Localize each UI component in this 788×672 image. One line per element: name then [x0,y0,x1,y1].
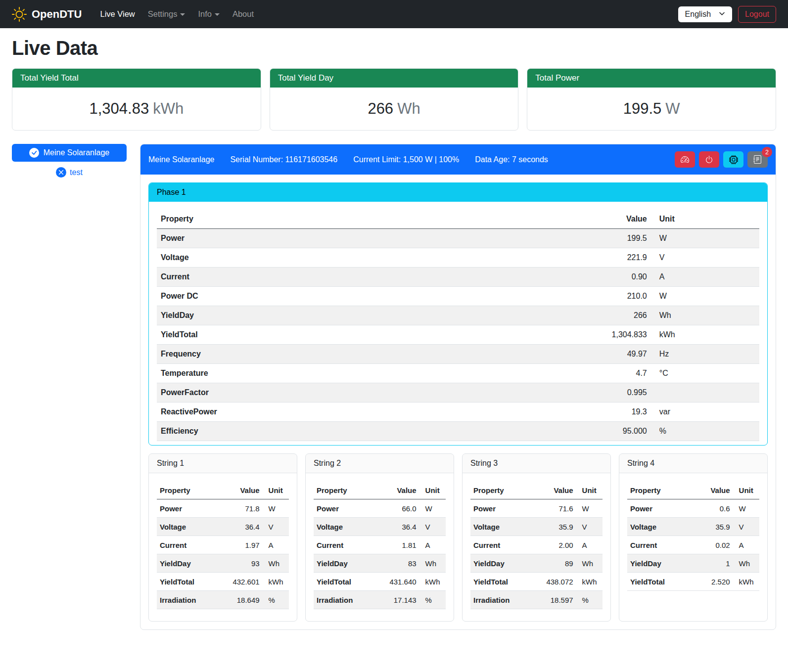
unit-cell: V [263,518,289,536]
limit-settings-button[interactable] [675,151,695,168]
unit-cell: Wh [651,306,759,325]
unit-cell: Wh [576,554,603,573]
unit-cell: Wh [263,554,289,573]
table-row: Voltage221.9V [157,248,759,268]
brand[interactable]: OpenDTU [12,7,82,22]
column-unit: Unit [733,481,759,499]
value-cell: 199.5 [572,229,650,248]
event-count-badge: 2 [762,147,772,157]
property-cell: Frequency [157,345,572,364]
unit-cell: A [651,268,759,287]
unit-cell: kWh [419,573,446,591]
column-property: Property [157,210,572,229]
unit-cell: Wh [419,554,446,573]
nav-links: Live View Settings Info About [93,5,260,23]
property-cell: YieldTotal [314,573,374,591]
phase-table: Property Value Unit Power199.5WVoltage22… [157,210,759,441]
column-property: Property [157,481,218,499]
card-total-yield-day: Total Yield Day 266Wh [270,68,519,131]
property-cell: Current [157,268,572,287]
table-row: Current0.90A [157,268,759,287]
value-cell: 0.995 [572,383,650,403]
table-row: Power71.6W [470,499,603,518]
value-cell: 0.90 [572,268,650,287]
table-row: YieldDay266Wh [157,306,759,325]
property-cell: Current [470,536,531,554]
value-cell: 19.3 [572,403,650,422]
value-cell: 35.9 [688,518,733,536]
table-row: Voltage36.4V [157,518,289,536]
phase-title: Phase 1 [149,183,767,202]
property-cell: Current [157,536,218,554]
table-header-row: Property Value Unit [470,481,603,499]
table-row: Voltage35.9V [627,518,759,536]
card-value: 1,304.83 [90,100,149,117]
string-card-3: String 3 Property Value Unit Power71.6WV… [462,453,611,622]
property-cell: Irradiation [157,591,218,609]
table-header-row: Property Value Unit [627,481,759,499]
event-log-button[interactable]: 2 [747,151,768,168]
unit-cell [651,383,759,403]
logout-button[interactable]: Logout [738,6,776,23]
unit-cell: W [651,229,759,248]
value-cell: 0.02 [688,536,733,554]
value-cell: 2.520 [688,573,733,591]
property-cell: Efficiency [157,422,572,441]
sun-icon [12,7,27,22]
nav-item-about[interactable]: About [226,5,260,23]
power-button[interactable] [699,151,719,168]
table-row: YieldDay83Wh [314,554,446,573]
table-row: Voltage36.4V [314,518,446,536]
value-cell: 71.8 [218,499,263,518]
card-unit: kWh [153,100,184,117]
property-cell: YieldDay [627,554,688,573]
nav-item-info[interactable]: Info [191,5,226,23]
property-cell: Current [627,536,688,554]
table-row: Temperature4.7°C [157,364,759,383]
table-row: Current2.00A [470,536,603,554]
unit-cell: % [263,591,289,609]
value-cell: 83 [374,554,419,573]
nav-item-settings[interactable]: Settings [141,5,192,23]
table-row: PowerFactor0.995 [157,383,759,403]
value-cell: 89 [531,554,576,573]
inverter-item-test[interactable]: test [12,167,127,178]
check-circle-icon [29,148,39,158]
unit-cell: V [651,248,759,268]
property-cell: YieldTotal [627,573,688,591]
caret-down-icon [215,13,220,16]
unit-cell: var [651,403,759,422]
property-cell: YieldDay [157,306,572,325]
phase-panel: Phase 1 Property Value Unit Power199.5WV… [148,182,768,446]
inverter-selected-button[interactable]: Meine Solaranlage [12,144,127,162]
property-cell: YieldTotal [157,325,572,345]
unit-cell: A [733,536,759,554]
table-row: YieldTotal432.601kWh [157,573,289,591]
column-property: Property [470,481,531,499]
card-total-yield-total: Total Yield Total 1,304.83kWh [12,68,261,131]
value-cell: 71.6 [531,499,576,518]
device-info-button[interactable] [723,151,743,168]
language-select[interactable]: English [678,6,732,22]
column-property: Property [627,481,688,499]
property-cell: Irradiation [314,591,374,609]
card-header: Total Yield Day [270,69,518,88]
unit-cell: kWh [576,573,603,591]
unit-cell: kWh [263,573,289,591]
property-cell: ReactivePower [157,403,572,422]
card-value: 266 [368,100,393,117]
unit-cell: W [576,499,603,518]
column-unit: Unit [651,210,759,229]
summary-row: Total Yield Total 1,304.83kWh Total Yiel… [12,68,776,131]
value-cell: 1,304.833 [572,325,650,345]
nav-item-live-view[interactable]: Live View [93,5,141,23]
unit-cell: % [651,422,759,441]
journal-text-icon [753,155,762,164]
property-cell: Voltage [157,518,218,536]
table-row: Irradiation18.649% [157,591,289,609]
unit-cell: W [263,499,289,518]
unit-cell: W [651,287,759,306]
column-value: Value [218,481,263,499]
column-value: Value [688,481,733,499]
navbar-right: English Logout [678,6,776,23]
